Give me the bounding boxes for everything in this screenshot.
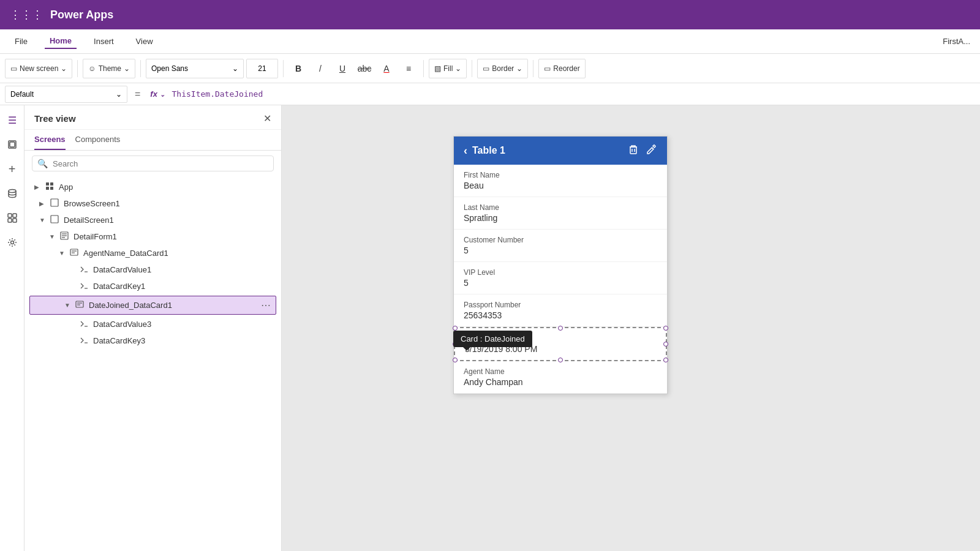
border-button[interactable]: ▭ Border ⌄: [477, 59, 528, 78]
tooltip-datejoined: Card : DateJoined: [453, 331, 532, 347]
underline-button[interactable]: U: [333, 59, 352, 78]
datacardvalue3-label: DataCardValue3: [93, 320, 276, 329]
layers-icon[interactable]: [2, 135, 22, 154]
field-vip-level: VIP Level 5: [454, 262, 667, 294]
theme-paint-icon: ☺: [88, 64, 96, 73]
svg-rect-9: [50, 182, 53, 186]
property-selector[interactable]: Default ⌄: [5, 86, 127, 103]
field-label-last-name: Last Name: [464, 203, 657, 212]
svg-rect-28: [630, 147, 636, 154]
tree-close-button[interactable]: ✕: [263, 113, 271, 124]
tab-screens[interactable]: Screens: [34, 135, 66, 150]
align-button[interactable]: ≡: [399, 59, 418, 78]
svg-rect-4: [13, 214, 17, 217]
tree-item-app[interactable]: ▶ App: [24, 179, 281, 195]
delete-icon[interactable]: [628, 144, 639, 157]
handle-bl[interactable]: [453, 358, 458, 362]
topbar: ⋮⋮⋮ Power Apps: [0, 0, 980, 29]
tree-item-datacardvalue1[interactable]: ▶ DataCardValue1: [24, 261, 281, 278]
tree-item-datejoined-card[interactable]: ▼ DateJoined_DataCard1 ⋯: [29, 296, 276, 315]
menu-file[interactable]: File: [10, 34, 32, 48]
user-account[interactable]: FirstA...: [943, 37, 970, 46]
tree-item-detail-screen[interactable]: ▼ DetailScreen1: [24, 212, 281, 228]
theme-button[interactable]: ☺ Theme ⌄: [83, 59, 135, 78]
tooltip-text: Card : DateJoined: [461, 334, 525, 343]
dcv3-icon: [80, 319, 91, 329]
tab-components[interactable]: Components: [75, 135, 121, 150]
tree-item-detail-form[interactable]: ▼ DetailForm1: [24, 228, 281, 245]
canvas-area[interactable]: ‹ Table 1: [282, 105, 980, 551]
border-chevron-icon: ⌄: [516, 64, 522, 73]
handle-mr[interactable]: [663, 342, 668, 347]
border-icon: ▭: [483, 64, 489, 73]
datacardkey1-label: DataCardKey1: [93, 282, 276, 291]
toolbar-sep-3: [283, 60, 284, 77]
fill-chevron-icon: ⌄: [455, 64, 461, 73]
toolbar-sep-5: [472, 60, 472, 77]
field-label-passport-number: Passport Number: [464, 301, 657, 309]
tree-item-datacardvalue3[interactable]: ▶ DataCardValue3: [24, 316, 281, 332]
tree-item-datacardkey1[interactable]: ▶ DataCardKey1: [24, 278, 281, 294]
dck3-icon: [80, 335, 91, 346]
strikethrough-button[interactable]: abc: [355, 59, 374, 78]
bold-button[interactable]: B: [288, 59, 308, 78]
agentname-card-icon: [70, 248, 81, 258]
settings-icon[interactable]: [2, 233, 22, 252]
app-title: Power Apps: [50, 9, 113, 21]
more-options-icon[interactable]: ⋯: [261, 299, 271, 311]
left-sidebar: ☰ +: [0, 105, 24, 551]
handle-tm[interactable]: [558, 326, 563, 331]
tree-view-icon[interactable]: ☰: [2, 110, 22, 130]
back-button[interactable]: ‹: [464, 144, 467, 157]
field-value-agent-name: Andy Champan: [464, 377, 657, 387]
tree-search-box: 🔍: [32, 156, 274, 171]
reorder-button[interactable]: ▭ Reorder: [538, 59, 585, 78]
tree-header: Tree view ✕: [24, 105, 281, 130]
toolbar-sep-2: [140, 60, 141, 77]
agentname-card-label: AgentName_DataCard1: [83, 249, 276, 258]
svg-rect-23: [76, 301, 83, 307]
apps-grid-icon[interactable]: ⋮⋮⋮: [10, 8, 43, 21]
handle-bm[interactable]: [558, 358, 563, 362]
insert-icon[interactable]: [2, 208, 22, 228]
tree-item-agentname-card[interactable]: ▼ AgentName_DataCard1: [24, 245, 281, 261]
tree-item-datacardkey3[interactable]: ▶ DataCardKey3: [24, 332, 281, 349]
card-body: First Name Beau Last Name Spratling Cust…: [454, 165, 667, 394]
fx-chevron-icon: ⌄: [160, 91, 165, 98]
handle-tr[interactable]: [663, 326, 668, 331]
data-icon[interactable]: [2, 184, 22, 203]
datejoined-card-label: DateJoined_DataCard1: [89, 301, 258, 310]
italic-button[interactable]: /: [311, 59, 330, 78]
font-color-button[interactable]: A: [377, 59, 396, 78]
svg-rect-8: [46, 182, 49, 186]
menu-home[interactable]: Home: [45, 34, 77, 49]
svg-point-7: [10, 241, 13, 244]
app-label: App: [59, 182, 276, 192]
expand-app-icon: ▶: [34, 184, 43, 190]
search-input[interactable]: [53, 159, 268, 168]
toolbar-sep-6: [533, 60, 533, 77]
fill-button[interactable]: ▧ Fill ⌄: [429, 59, 467, 78]
expand-form-icon: ▼: [49, 233, 58, 240]
font-selector[interactable]: Open Sans ⌄: [146, 59, 244, 78]
formula-input[interactable]: ThisItem.DateJoined: [172, 89, 975, 99]
toolbar: ▭ New screen ⌄ ☺ Theme ⌄ Open Sans ⌄ 21 …: [0, 54, 980, 83]
tree-item-browse[interactable]: ▶ BrowseScreen1: [24, 195, 281, 212]
menu-insert[interactable]: Insert: [89, 34, 119, 48]
edit-icon[interactable]: [646, 144, 657, 157]
expand-detail-icon: ▼: [39, 217, 48, 223]
svg-rect-6: [13, 219, 17, 222]
menu-view[interactable]: View: [131, 34, 158, 48]
new-screen-button[interactable]: ▭ New screen ⌄: [5, 59, 72, 78]
new-screen-rect-icon: ▭: [10, 64, 17, 73]
tree-content: ▶ App ▶ B: [24, 176, 281, 551]
reorder-icon: ▭: [544, 64, 551, 73]
handle-tl[interactable]: [453, 326, 458, 331]
add-icon[interactable]: +: [2, 159, 22, 179]
fx-button[interactable]: fx ⌄: [148, 89, 167, 99]
handle-br[interactable]: [663, 358, 668, 362]
field-last-name: Last Name Spratling: [454, 197, 667, 230]
font-size-box[interactable]: 21: [246, 59, 278, 78]
detail-form-label: DetailForm1: [74, 232, 276, 241]
field-passport-number: Passport Number 25634353: [454, 294, 667, 327]
